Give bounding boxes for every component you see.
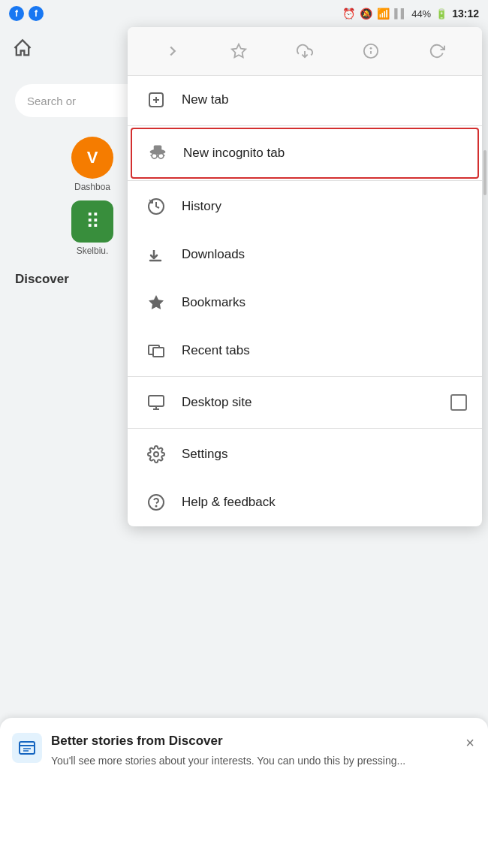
desktop-site-item[interactable]: Desktop site bbox=[128, 378, 482, 426]
fb-icon-2: f bbox=[29, 6, 44, 21]
alarm-icon: ⏰ bbox=[342, 8, 355, 20]
recent-tabs-label: Recent tabs bbox=[182, 343, 467, 358]
downloads-icon bbox=[143, 241, 170, 268]
svg-marker-4 bbox=[232, 44, 246, 57]
new-tab-item[interactable]: New tab bbox=[128, 76, 482, 124]
battery-icon: 🔋 bbox=[435, 8, 447, 20]
scrollbar[interactable] bbox=[483, 150, 486, 195]
fb-icon-1: f bbox=[9, 6, 24, 21]
history-item[interactable]: History bbox=[128, 182, 482, 231]
discover-label: Discover bbox=[15, 272, 69, 287]
discover-card-title: Better stories from Discover bbox=[51, 733, 405, 749]
downloads-label: Downloads bbox=[182, 247, 467, 262]
info-button[interactable] bbox=[356, 36, 386, 66]
menu-toolbar bbox=[128, 27, 482, 76]
new-incognito-tab-label: New incognito tab bbox=[183, 146, 465, 161]
help-icon bbox=[143, 489, 170, 516]
battery-label: 44% bbox=[411, 8, 431, 20]
history-label: History bbox=[182, 199, 467, 214]
avatar-2-section[interactable]: ⠿ Skelbiu. bbox=[71, 200, 113, 256]
bookmarks-label: Bookmarks bbox=[182, 295, 467, 310]
divider-2 bbox=[128, 180, 482, 181]
avatar-2: ⠿ bbox=[71, 200, 113, 243]
discover-card-desc: You'll see more stories about your inter… bbox=[51, 754, 405, 769]
divider-1 bbox=[128, 125, 482, 126]
svg-rect-24 bbox=[153, 348, 164, 357]
dropdown-menu: New tab New incognito tab bbox=[128, 27, 482, 526]
svg-marker-22 bbox=[149, 295, 164, 309]
discover-card-header: Better stories from Discover You'll see … bbox=[12, 733, 476, 769]
history-icon bbox=[143, 193, 170, 220]
svg-line-17 bbox=[150, 155, 152, 156]
desktop-site-icon bbox=[143, 389, 170, 416]
svg-line-18 bbox=[164, 155, 165, 156]
search-placeholder: Search or bbox=[27, 95, 76, 107]
avatar-1-section[interactable]: V Dashboa bbox=[71, 137, 113, 192]
svg-rect-13 bbox=[154, 146, 162, 152]
incognito-icon bbox=[144, 140, 171, 167]
svg-point-28 bbox=[154, 452, 158, 457]
mute-icon: 🔕 bbox=[360, 8, 372, 20]
divider-4 bbox=[128, 428, 482, 429]
wifi-icon: 📶 bbox=[377, 8, 390, 20]
discover-card-icon bbox=[12, 733, 42, 763]
new-tab-label: New tab bbox=[182, 92, 467, 107]
time-label: 13:12 bbox=[452, 8, 479, 20]
new-tab-icon bbox=[143, 86, 170, 113]
discover-card-text: Better stories from Discover You'll see … bbox=[51, 733, 405, 769]
desktop-site-label: Desktop site bbox=[182, 395, 450, 410]
help-feedback-label: Help & feedback bbox=[182, 495, 467, 510]
settings-label: Settings bbox=[182, 447, 467, 462]
svg-rect-25 bbox=[149, 396, 164, 406]
downloads-item[interactable]: Downloads bbox=[128, 231, 482, 279]
status-bar: f f ⏰ 🔕 📶 ▌▌ 44% 🔋 13:12 bbox=[0, 0, 488, 27]
svg-rect-0 bbox=[20, 742, 35, 754]
settings-icon bbox=[143, 441, 170, 468]
avatar-1-label: Dashboa bbox=[74, 182, 110, 192]
home-icon[interactable] bbox=[12, 38, 33, 59]
bookmarks-item[interactable]: Bookmarks bbox=[128, 279, 482, 327]
bookmarks-icon bbox=[143, 289, 170, 316]
signal-icon: ▌▌ bbox=[394, 8, 407, 19]
discover-close-button[interactable]: × bbox=[464, 733, 476, 753]
status-right: ⏰ 🔕 📶 ▌▌ 44% 🔋 13:12 bbox=[342, 8, 479, 20]
new-incognito-tab-item[interactable]: New incognito tab bbox=[131, 128, 479, 179]
status-left: f f bbox=[9, 6, 44, 21]
forward-button[interactable] bbox=[158, 36, 188, 66]
settings-item[interactable]: Settings bbox=[128, 430, 482, 478]
refresh-button[interactable] bbox=[422, 36, 452, 66]
bookmark-button[interactable] bbox=[224, 36, 254, 66]
recent-tabs-item[interactable]: Recent tabs bbox=[128, 327, 482, 375]
avatar-1: V bbox=[71, 137, 113, 179]
desktop-site-checkbox[interactable] bbox=[450, 394, 467, 411]
download-button[interactable] bbox=[290, 36, 320, 66]
help-feedback-item[interactable]: Help & feedback bbox=[128, 478, 482, 526]
divider-3 bbox=[128, 376, 482, 377]
recent-tabs-icon bbox=[143, 337, 170, 364]
discover-card: Better stories from Discover You'll see … bbox=[0, 718, 488, 868]
avatar-2-label: Skelbiu. bbox=[77, 246, 109, 256]
